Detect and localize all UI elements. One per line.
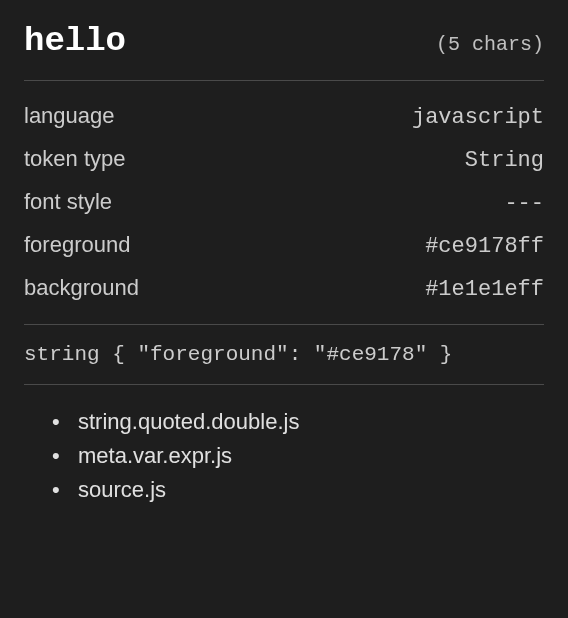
token-properties: language javascript token type String fo… (24, 81, 544, 324)
prop-value: javascript (412, 105, 544, 130)
prop-row-language: language javascript (24, 95, 544, 138)
theme-rule: string { "foreground": "#ce9178" } (24, 325, 544, 384)
textmate-scopes: string.quoted.double.js meta.var.expr.js… (24, 385, 544, 507)
prop-row-font-style: font style --- (24, 181, 544, 224)
prop-label: background (24, 275, 139, 301)
prop-row-background: background #1e1e1eff (24, 267, 544, 310)
prop-value: --- (504, 191, 544, 216)
prop-row-foreground: foreground #ce9178ff (24, 224, 544, 267)
scope-item: source.js (78, 473, 544, 507)
prop-value: #ce9178ff (425, 234, 544, 259)
prop-label: token type (24, 146, 126, 172)
char-count: (5 chars) (436, 33, 544, 56)
scope-item: string.quoted.double.js (78, 405, 544, 439)
prop-label: language (24, 103, 115, 129)
inspector-header: hello (5 chars) (24, 22, 544, 60)
token-text: hello (24, 22, 126, 60)
prop-label: foreground (24, 232, 130, 258)
prop-label: font style (24, 189, 112, 215)
prop-value: #1e1e1eff (425, 277, 544, 302)
prop-row-token-type: token type String (24, 138, 544, 181)
prop-value: String (465, 148, 544, 173)
scope-item: meta.var.expr.js (78, 439, 544, 473)
